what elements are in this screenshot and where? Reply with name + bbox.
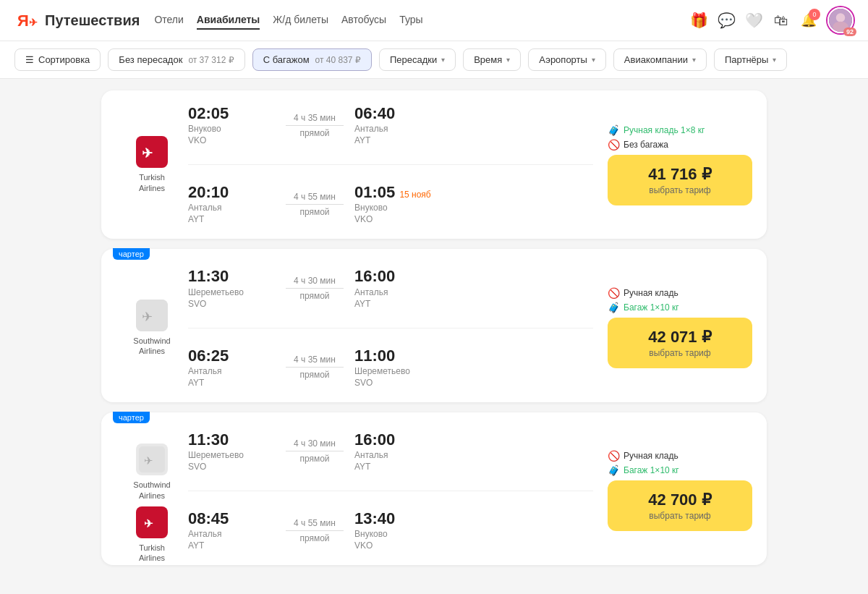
nav-tours[interactable]: Туры	[399, 11, 422, 30]
duration-col-1: 4 ч 35 мин прямой	[275, 113, 354, 138]
flights-col-1: 02:05 Внуково VKO 4 ч 35 мин прямой 06:4…	[188, 105, 593, 224]
time-chevron-icon: ▾	[506, 56, 510, 64]
yandex-logo-icon: Я ✈	[14, 7, 41, 33]
transfers-filter[interactable]: Пересадки ▾	[379, 48, 456, 71]
favorites-icon[interactable]: 🤍	[745, 12, 762, 29]
partners-label: Партнёры	[725, 54, 768, 65]
ret-arr-time-3: 13:40	[354, 510, 441, 527]
notifications-icon[interactable]: 🔔 0	[800, 12, 817, 29]
luggage-row-1a: 🧳 Ручная кладь 1×8 кг	[608, 124, 752, 136]
sort-button[interactable]: ☰ Сортировка	[14, 48, 101, 71]
partners-filter[interactable]: Партнёры ▾	[714, 48, 787, 71]
flight-card-1: ✈ TurkishAirlines 02:05 Внуково VKO 4 ч …	[101, 90, 767, 239]
no-baggage-label-1: Без багажа	[624, 140, 668, 150]
airlines-chevron-icon: ▾	[692, 56, 696, 64]
price-col-2: 🚫 Ручная кладь 🧳 Багаж 1×10 кг 42 071 ₽ …	[593, 287, 752, 368]
airline-top-3: ✈ SouthwindAirlines	[133, 444, 170, 501]
svg-text:✈: ✈	[29, 17, 38, 28]
charter-badge-3: чартер	[113, 412, 150, 423]
outbound-row-3: 11:30 Шереметьево SVO 4 ч 30 мин прямой …	[188, 431, 593, 472]
turkish-logo-3: ✈	[136, 506, 168, 538]
ret-arr-info-2: 11:00 Шереметьево SVO	[354, 347, 441, 388]
dep-info-3: 11:30 Шереметьево SVO	[188, 431, 275, 472]
card-inner-3: ✈ SouthwindAirlines ✈ TurkishAirlines 11…	[116, 431, 752, 551]
ret-duration-col-2: 4 ч 35 мин прямой	[275, 355, 354, 380]
airline-col-1: ✈ TurkishAirlines	[116, 136, 188, 193]
ret-arr-info-1: 01:05 15 нояб Внуково VKO	[354, 184, 441, 224]
select-fare-btn-1[interactable]: 41 716 ₽ выбрать тариф	[608, 155, 752, 205]
no-transfer-filter[interactable]: Без пересадок от 37 312 ₽	[108, 48, 244, 71]
no-transfer-label: Без пересадок	[119, 54, 182, 65]
carry-on-icon-2: 🚫	[608, 287, 619, 299]
chat-icon[interactable]: 💬	[718, 12, 735, 29]
no-transfer-price: от 37 312 ₽	[188, 55, 234, 65]
transfers-chevron-icon: ▾	[441, 56, 445, 64]
ret-dep-time-2: 06:25	[188, 347, 275, 365]
baggage-icon-2: 🧳	[608, 302, 619, 313]
ret-direct-2: прямой	[275, 370, 354, 380]
divider-2	[188, 328, 593, 328]
outbound-row-2: 11:30 Шереметьево SVO 4 ч 30 мин прямой …	[188, 268, 593, 308]
luggage-row-1b: 🚫 Без багажа	[608, 139, 752, 150]
ret-direct-3: прямой	[275, 533, 354, 543]
flights-col-3: 11:30 Шереметьево SVO 4 ч 30 мин прямой …	[188, 431, 593, 551]
user-avatar-wrap[interactable]: 92	[827, 7, 854, 33]
airline-bottom-3: ✈ TurkishAirlines	[136, 506, 168, 564]
dep-place-1: Внуково	[188, 124, 275, 134]
svg-text:Я: Я	[17, 12, 29, 30]
dep-info-1: 02:05 Внуково VKO	[188, 105, 275, 145]
airlines-filter[interactable]: Авиакомпании ▾	[613, 48, 707, 71]
time-filter[interactable]: Время ▾	[463, 48, 521, 71]
price-value-1: 41 716 ₽	[622, 165, 738, 184]
transfers-label: Пересадки	[390, 54, 437, 65]
ret-arr-place-2: Шереметьево	[354, 366, 441, 376]
ret-duration-1: 4 ч 55 мин	[275, 192, 354, 202]
arr-code-3: AYT	[354, 462, 441, 472]
header-right: 🎁 💬 🤍 🛍 🔔 0 92	[690, 7, 854, 33]
with-baggage-price: от 40 837 ₽	[315, 55, 361, 65]
carry-on-icon-1: 🧳	[608, 124, 619, 136]
direct-1: прямой	[275, 128, 354, 138]
airline-name-2: SouthwindAirlines	[133, 336, 170, 357]
nav-flights[interactable]: Авиабилеты	[197, 11, 260, 30]
airline-name-1: TurkishAirlines	[139, 172, 165, 193]
next-day-badge-1: 15 нояб	[399, 190, 430, 200]
ret-dep-code-3: AYT	[188, 540, 275, 551]
direct-2: прямой	[275, 291, 354, 301]
line-1	[286, 125, 344, 126]
nav-hotels[interactable]: Отели	[154, 11, 183, 30]
select-fare-btn-2[interactable]: 42 071 ₽ выбрать тариф	[608, 318, 752, 368]
no-baggage-icon-1: 🚫	[608, 139, 619, 150]
ret-dep-info-2: 06:25 Анталья AYT	[188, 347, 275, 388]
card-inner-1: ✈ TurkishAirlines 02:05 Внуково VKO 4 ч …	[116, 105, 752, 224]
carry-on-label-1: Ручная кладь 1×8 кг	[624, 125, 705, 135]
cart-icon[interactable]: 🛍	[773, 12, 790, 29]
dep-code-1: VKO	[188, 135, 275, 145]
divider-1	[188, 164, 593, 165]
svg-text:✈: ✈	[144, 455, 153, 467]
main-content: ✈ TurkishAirlines 02:05 Внуково VKO 4 ч …	[87, 79, 781, 587]
airline-name-top-3: SouthwindAirlines	[133, 480, 170, 501]
nav-buses[interactable]: Автобусы	[341, 11, 386, 30]
luggage-info-3: 🚫 Ручная кладь 🧳 Багаж 1×10 кг	[608, 450, 752, 476]
nav-trains[interactable]: Ж/д билеты	[273, 11, 328, 30]
user-level-badge: 92	[843, 27, 856, 36]
select-fare-btn-3[interactable]: 42 700 ₽ выбрать тариф	[608, 480, 752, 531]
ret-arr-place-3: Внуково	[354, 529, 441, 539]
partners-chevron-icon: ▾	[773, 56, 776, 64]
with-baggage-filter[interactable]: С багажом от 40 837 ₽	[252, 48, 372, 71]
dep-code-3: SVO	[188, 462, 275, 472]
ret-dep-time-1: 20:10	[188, 184, 275, 201]
inbound-row-2: 06:25 Анталья AYT 4 ч 35 мин прямой 11:0…	[188, 347, 593, 388]
airports-filter[interactable]: Аэропорты ▾	[528, 48, 606, 71]
duration-col-3: 4 ч 30 мин прямой	[275, 438, 354, 464]
ret-dep-place-1: Анталья	[188, 203, 275, 213]
divider-3	[188, 491, 593, 491]
gift-icon[interactable]: 🎁	[690, 12, 707, 29]
dep-time-1: 02:05	[188, 105, 275, 122]
dep-time-3: 11:30	[188, 431, 275, 449]
turkish-logo-1: ✈	[136, 136, 168, 168]
logo[interactable]: Я ✈ Путешествия	[14, 7, 140, 33]
direct-3: прямой	[275, 454, 354, 464]
carry-on-label-3: Ручная кладь	[624, 451, 678, 461]
